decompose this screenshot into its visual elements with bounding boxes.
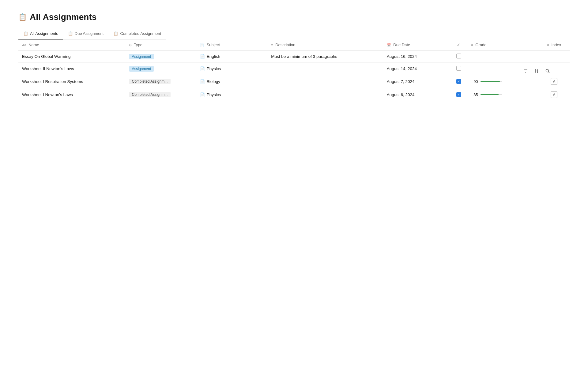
cell-description	[267, 75, 383, 88]
page-title-area: 📋 All Assignments	[18, 12, 570, 22]
type-badge: Completed Assignm...	[129, 92, 171, 97]
cell-subject: 📄English	[196, 51, 267, 63]
doc-icon: 📄	[200, 54, 205, 59]
doc-icon: 📄	[200, 79, 205, 84]
grade-bar	[481, 81, 500, 82]
toolbar-right	[522, 67, 551, 76]
cell-description: Must be a minimum of 3 paragraphs	[267, 51, 383, 63]
tab-all-icon: 📋	[23, 31, 28, 36]
cell-type: Assignment	[125, 51, 196, 63]
index-badge: A	[551, 91, 557, 98]
table-row: Essay On Global WarmingAssignment📄Englis…	[18, 51, 570, 63]
type-badge: Completed Assignm...	[129, 79, 171, 84]
cell-name: Essay On Global Warming	[18, 51, 125, 63]
table-header-row: Aa Name ⊙ Type 📄 Subject ≡ Description	[18, 39, 570, 51]
cell-grade	[468, 51, 539, 63]
grade-value: 85	[471, 92, 478, 97]
subject-col-icon: 📄	[200, 43, 204, 47]
tab-all-assignments[interactable]: 📋 All Assignments	[18, 28, 63, 39]
col-header-index[interactable]: # Index	[539, 39, 570, 51]
cell-type: Completed Assignm...	[125, 75, 196, 88]
cell-index	[539, 51, 570, 63]
col-header-subject[interactable]: 📄 Subject	[196, 39, 267, 51]
grade-col-icon: #	[471, 43, 473, 47]
checkbox-unchecked[interactable]	[456, 66, 461, 71]
cell-name: Worksheet I Respiration Systems	[18, 75, 125, 88]
grade-value: 90	[471, 79, 478, 84]
cell-done[interactable]: ✓	[450, 88, 468, 101]
cell-due-date: August 6, 2024	[383, 88, 450, 101]
cell-due-date: August 16, 2024	[383, 51, 450, 63]
type-col-icon: ⊙	[129, 43, 132, 47]
page-title: All Assignments	[30, 12, 96, 22]
cell-grade: 85	[468, 88, 539, 101]
filter-button[interactable]	[522, 67, 529, 76]
sort-button[interactable]	[533, 67, 540, 76]
checkbox-checked[interactable]: ✓	[456, 79, 461, 84]
tab-all-label: All Assignments	[30, 31, 58, 36]
cell-type: Completed Assignm...	[125, 88, 196, 101]
cell-name: Worksheet I Newton's Laws	[18, 88, 125, 101]
col-header-name[interactable]: Aa Name	[18, 39, 125, 51]
tab-due-label: Due Assignment	[75, 31, 104, 36]
tabs-row: 📋 All Assignments 📋 Due Assignment 📋 Com…	[18, 28, 570, 39]
assignments-table: Aa Name ⊙ Type 📄 Subject ≡ Description	[18, 39, 570, 101]
index-col-icon: #	[547, 43, 549, 47]
cell-due-date: August 14, 2024	[383, 63, 450, 75]
cell-index: A	[539, 75, 570, 88]
type-badge: Assignment	[129, 66, 154, 72]
tab-completed-icon: 📋	[113, 31, 118, 36]
cell-description	[267, 63, 383, 75]
cell-subject: 📄Biology	[196, 75, 267, 88]
col-header-type[interactable]: ⊙ Type	[125, 39, 196, 51]
svg-line-4	[548, 72, 550, 73]
col-header-done[interactable]: ✓	[450, 39, 468, 51]
tab-due-icon: 📋	[68, 31, 73, 36]
name-col-icon: Aa	[22, 43, 26, 47]
subject-label: English	[207, 54, 220, 59]
grade-bar-container	[481, 81, 502, 82]
checkbox-unchecked[interactable]	[456, 54, 461, 58]
cell-done[interactable]	[450, 51, 468, 63]
cell-grade: 90	[468, 75, 539, 88]
search-button[interactable]	[544, 67, 551, 76]
tab-completed-label: Completed Assignment	[120, 31, 161, 36]
page-title-icon: 📋	[18, 13, 27, 21]
tabs-container: 📋 All Assignments 📋 Due Assignment 📋 Com…	[18, 28, 166, 39]
grade-bar	[481, 94, 499, 95]
cell-due-date: August 7, 2024	[383, 75, 450, 88]
col-header-description[interactable]: ≡ Description	[267, 39, 383, 51]
cell-subject: 📄Physics	[196, 88, 267, 101]
cell-name: Worksheet II Newton's Laws	[18, 63, 125, 75]
index-badge: A	[551, 78, 557, 85]
cell-done[interactable]	[450, 63, 468, 75]
due-col-icon: 📅	[387, 43, 391, 47]
subject-label: Physics	[207, 92, 221, 97]
subject-label: Physics	[207, 66, 221, 71]
col-header-grade[interactable]: # Grade	[468, 39, 539, 51]
tab-due-assignment[interactable]: 📋 Due Assignment	[63, 28, 109, 39]
type-badge: Assignment	[129, 54, 154, 59]
tab-completed-assignment[interactable]: 📋 Completed Assignment	[108, 28, 166, 39]
cell-subject: 📄Physics	[196, 63, 267, 75]
cell-description	[267, 88, 383, 101]
doc-icon: 📄	[200, 66, 205, 71]
cell-type: Assignment	[125, 63, 196, 75]
col-header-due-date[interactable]: 📅 Due Date	[383, 39, 450, 51]
table-row: Worksheet I Newton's LawsCompleted Assig…	[18, 88, 570, 101]
checkbox-checked[interactable]: ✓	[456, 92, 461, 97]
grade-bar-container	[481, 94, 502, 95]
subject-label: Biology	[207, 79, 220, 84]
doc-icon: 📄	[200, 92, 205, 97]
table-row: Worksheet II Newton's LawsAssignment📄Phy…	[18, 63, 570, 75]
table-row: Worksheet I Respiration SystemsCompleted…	[18, 75, 570, 88]
done-col-icon: ✓	[457, 43, 460, 47]
cell-done[interactable]: ✓	[450, 75, 468, 88]
cell-index: A	[539, 88, 570, 101]
desc-col-icon: ≡	[271, 43, 273, 47]
